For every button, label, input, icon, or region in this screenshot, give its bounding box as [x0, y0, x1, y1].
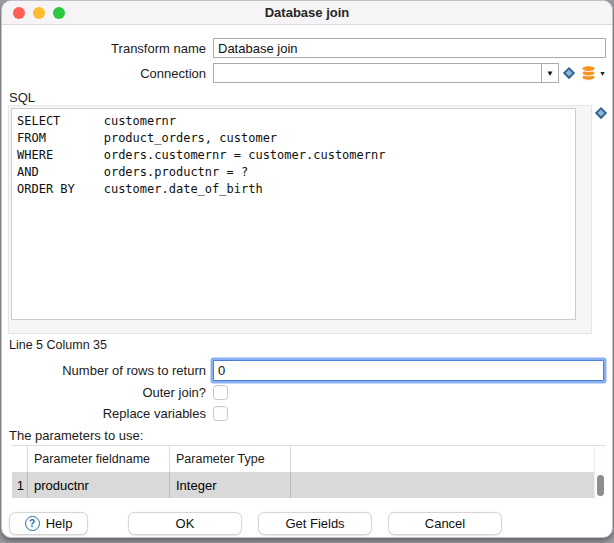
get-fields-button-label: Get Fields [285, 516, 344, 531]
type-cell[interactable]: Integer [169, 472, 290, 498]
type-column-header[interactable]: Parameter Type [169, 446, 290, 472]
row-number-cell: 1 [12, 478, 27, 493]
connection-input[interactable] [214, 64, 541, 82]
parameters-label: The parameters to use: [9, 428, 143, 443]
database-menu-caret-icon[interactable]: ▼ [599, 70, 606, 77]
sql-text[interactable]: SELECT customernr FROM product_orders, c… [12, 109, 575, 198]
fieldname-cell[interactable]: productnr [27, 472, 169, 498]
connection-combo[interactable]: ▼ [213, 63, 559, 83]
parameters-table: Parameter fieldname Parameter Type 1 pro… [12, 445, 606, 499]
sql-editor[interactable]: SELECT customernr FROM product_orders, c… [11, 108, 576, 320]
ok-button[interactable]: OK [128, 512, 242, 535]
get-fields-button[interactable]: Get Fields [258, 512, 372, 535]
cancel-button-label: Cancel [425, 516, 465, 531]
database-menu[interactable]: ▼ [580, 65, 606, 81]
connection-dropdown-icon[interactable]: ▼ [541, 64, 558, 82]
outer-join-row: Outer join? [2, 385, 606, 399]
empty-column-header [290, 446, 606, 472]
sql-editor-frame: SELECT customernr FROM product_orders, c… [8, 105, 592, 334]
transform-name-row: Transform name [2, 38, 606, 58]
parameters-header-row: Parameter fieldname Parameter Type [12, 446, 606, 472]
window-title: Database join [2, 1, 612, 25]
database-join-dialog: Database join Transform name Connection … [1, 0, 613, 538]
table-scrollbar-thumb[interactable] [597, 475, 604, 496]
replace-variables-row: Replace variables [2, 406, 606, 420]
outer-join-checkbox[interactable] [213, 385, 228, 400]
table-scrollbar[interactable] [594, 446, 606, 499]
replace-variables-checkbox[interactable] [213, 406, 228, 421]
cancel-button[interactable]: Cancel [388, 512, 502, 535]
help-button[interactable]: ? Help [9, 512, 88, 535]
ok-button-label: OK [176, 516, 195, 531]
database-icon[interactable] [580, 65, 597, 81]
cursor-position-status: Line 5 Column 35 [9, 338, 107, 352]
transform-name-label: Transform name [2, 41, 206, 56]
replace-variables-label: Replace variables [2, 406, 206, 421]
empty-cell [290, 472, 606, 498]
help-button-label: Help [46, 516, 73, 531]
help-icon: ? [25, 516, 40, 531]
connection-label: Connection [2, 66, 206, 81]
titlebar: Database join [2, 1, 612, 25]
rows-to-return-label: Number of rows to return [2, 363, 206, 378]
sql-variable-diamond-icon [594, 106, 608, 120]
table-row[interactable]: 1 productnr Integer [12, 472, 606, 498]
rows-to-return-input[interactable] [213, 360, 604, 381]
fieldname-column-header[interactable]: Parameter fieldname [27, 446, 169, 472]
variable-diamond-icon[interactable] [562, 66, 576, 80]
outer-join-label: Outer join? [2, 385, 206, 400]
sql-label: SQL [9, 90, 35, 105]
connection-row: Connection ▼ ▼ [2, 63, 606, 83]
transform-name-input[interactable] [213, 38, 606, 58]
rows-to-return-row: Number of rows to return [2, 359, 606, 381]
